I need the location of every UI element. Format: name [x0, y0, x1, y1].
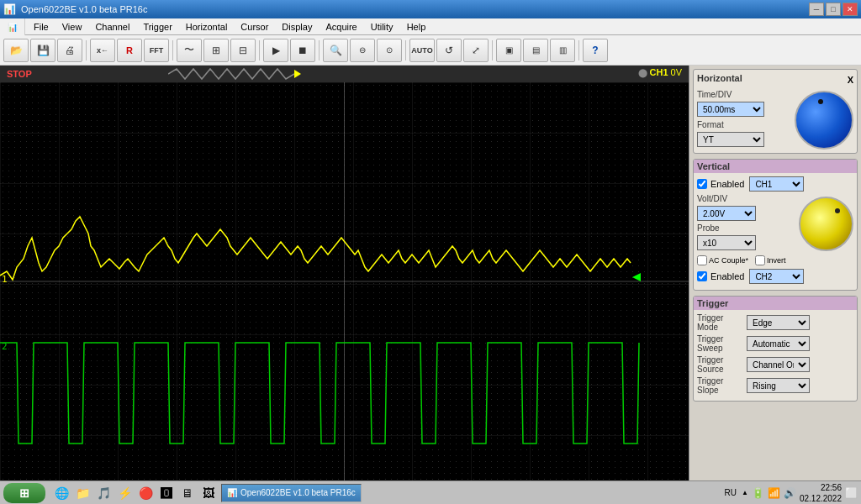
- taskbar-lightning[interactable]: ⚡: [115, 484, 134, 502]
- vertical-title: Vertical: [697, 161, 730, 171]
- volt-div-select[interactable]: 2.00V 1.00V 500mV 200mV: [697, 206, 756, 221]
- zoom-fit-button[interactable]: ⊙: [377, 39, 402, 62]
- menu-cursor[interactable]: Cursor: [234, 20, 275, 34]
- menu-horizontal[interactable]: Horizontal: [179, 20, 235, 34]
- close-button[interactable]: ✕: [843, 3, 858, 16]
- menu-trigger[interactable]: Trigger: [136, 20, 178, 34]
- menu-help[interactable]: Help: [400, 20, 433, 34]
- titlebar: 📊 Open6022BE v1.0 beta PR16c ─ □ ✕: [0, 0, 861, 18]
- svg-text:1: 1: [2, 274, 8, 285]
- show-desktop-button[interactable]: ⬜: [845, 487, 858, 499]
- format-select-row: YT XY: [697, 132, 790, 147]
- invert-group: Invert: [755, 255, 786, 265]
- trigger-title: Trigger: [697, 298, 728, 308]
- time-div-row: Time/DIV: [697, 90, 790, 99]
- stop-button[interactable]: ⏹: [290, 39, 315, 62]
- menu-display[interactable]: Display: [275, 20, 319, 34]
- ch1-voltage: 0V: [671, 67, 682, 77]
- help-button[interactable]: ?: [583, 39, 608, 62]
- open-button[interactable]: 📂: [3, 39, 29, 62]
- probe-select[interactable]: x10 x1 x100: [697, 235, 756, 250]
- ch2-enabled-checkbox[interactable]: [697, 271, 707, 281]
- menu-utility[interactable]: Utility: [364, 20, 400, 34]
- ch2-channel-select[interactable]: CH2 CH1: [749, 269, 804, 284]
- mem3-button[interactable]: ▥: [550, 39, 575, 62]
- mem2-button[interactable]: ▤: [523, 39, 548, 62]
- trigger-slope-select[interactable]: Rising Falling: [747, 378, 810, 393]
- print-button[interactable]: 🖨: [57, 39, 82, 62]
- time-div-select[interactable]: 50.00ms 25.00ms 10.00ms 5.00ms 1.00ms: [697, 102, 764, 117]
- horizontal-title: Horizontal: [697, 73, 742, 83]
- taskbar-media[interactable]: 🎵: [94, 484, 113, 502]
- taskbar-opera[interactable]: 🅾: [157, 484, 176, 502]
- horizontal-controls: Time/DIV 50.00ms 25.00ms 10.00ms 5.00ms …: [697, 90, 790, 150]
- format-select[interactable]: YT XY: [697, 132, 764, 147]
- probe-select-row: x10 x1 x100: [697, 235, 794, 250]
- volt-controls: Volt/DIV 2.00V 1.00V 500mV 200mV Probe: [697, 194, 794, 253]
- network-icon: 📶: [768, 487, 780, 499]
- vertical-knob: [799, 197, 853, 251]
- trigger-slope-label: Trigger Slope: [697, 376, 743, 395]
- ref-button[interactable]: ⊟: [230, 39, 256, 62]
- ac-couple-checkbox[interactable]: [697, 255, 707, 265]
- run-button[interactable]: R: [117, 39, 142, 62]
- ac-couple-label: AC Couple*: [709, 256, 748, 265]
- fft-button[interactable]: FFT: [144, 39, 169, 62]
- zoom-in-button[interactable]: 🔍: [323, 39, 348, 62]
- language-indicator: RU: [725, 488, 737, 497]
- invert-label: Invert: [767, 256, 786, 265]
- ch1-enabled-label: Enabled: [710, 179, 744, 189]
- fullscreen-button[interactable]: ⤢: [463, 39, 489, 62]
- trigger-sweep-select[interactable]: Automatic Normal Single: [747, 336, 810, 351]
- menu-file[interactable]: File: [27, 20, 55, 34]
- grid-button[interactable]: ⊞: [203, 39, 229, 62]
- play-button[interactable]: ▶: [263, 39, 288, 62]
- app-icon: 📊: [0, 18, 25, 35]
- save-button[interactable]: 💾: [30, 39, 55, 62]
- taskbar-monitor[interactable]: 🖥: [178, 484, 197, 502]
- up-arrow: ▲: [742, 489, 748, 496]
- menu-view[interactable]: View: [55, 20, 89, 34]
- taskbar-ie[interactable]: 🌐: [52, 484, 71, 502]
- volume-icon: 🔊: [784, 487, 796, 499]
- scope-canvas: 1 2: [0, 82, 689, 480]
- menu-acquire[interactable]: Acquire: [319, 20, 363, 34]
- taskbar-folder[interactable]: 📁: [73, 484, 92, 502]
- taskbar-icons: 🌐 📁 🎵 ⚡ 🔴 🅾 🖥 🖼: [52, 484, 218, 502]
- ch1-channel-select[interactable]: CH1 CH2: [749, 176, 804, 192]
- trigger-source-select[interactable]: Channel One Channel Two External: [747, 357, 810, 372]
- taskbar-picture[interactable]: 🖼: [199, 484, 218, 502]
- zoom-x-out-button[interactable]: x←: [90, 39, 115, 62]
- minimize-button[interactable]: ─: [809, 3, 824, 16]
- volt-div-label: Volt/DIV: [697, 194, 743, 203]
- format-row: Format: [697, 120, 790, 129]
- active-app-label: Open6022BE v1.0 beta PR16c: [240, 488, 356, 497]
- ch2-enabled-row: Enabled CH2 CH1: [697, 269, 853, 284]
- time-div-select-row: 50.00ms 25.00ms 10.00ms 5.00ms 1.00ms: [697, 102, 790, 117]
- ch2-enabled-label: Enabled: [710, 271, 744, 281]
- recall-button[interactable]: ↺: [436, 39, 462, 62]
- active-app-taskbar[interactable]: 📊 Open6022BE v1.0 beta PR16c: [221, 484, 362, 502]
- ch1-enabled-row: Enabled CH1 CH2: [697, 176, 853, 192]
- clock: 22:56 02.12.2022: [800, 482, 842, 504]
- ac-button[interactable]: 〜: [177, 39, 202, 62]
- trigger-mode-row: Trigger Mode Edge Pulse Video: [697, 313, 853, 332]
- zoom-out-button[interactable]: ⊖: [350, 39, 375, 62]
- ch1-enabled-checkbox[interactable]: [697, 179, 707, 189]
- probe-label-row: Probe: [697, 223, 794, 233]
- horizontal-knob-row: Time/DIV 50.00ms 25.00ms 10.00ms 5.00ms …: [697, 90, 853, 150]
- menu-channel[interactable]: Channel: [88, 20, 136, 34]
- start-button[interactable]: ⊞: [3, 483, 45, 503]
- titlebar-controls: ─ □ ✕: [809, 3, 858, 16]
- ch1-header-label: CH1: [650, 67, 668, 77]
- auto-button[interactable]: AUTO: [409, 39, 435, 62]
- mem1-button[interactable]: ▣: [496, 39, 521, 62]
- trigger-mode-select[interactable]: Edge Pulse Video: [747, 315, 810, 330]
- maximize-button[interactable]: □: [826, 3, 841, 16]
- invert-checkbox[interactable]: [755, 255, 765, 265]
- svg-marker-0: [294, 70, 301, 78]
- clock-date: 02.12.2022: [800, 493, 842, 504]
- stop-label: STOP: [7, 69, 32, 79]
- taskbar-chrome[interactable]: 🔴: [136, 484, 155, 502]
- horizontal-close-btn[interactable]: X: [848, 75, 853, 85]
